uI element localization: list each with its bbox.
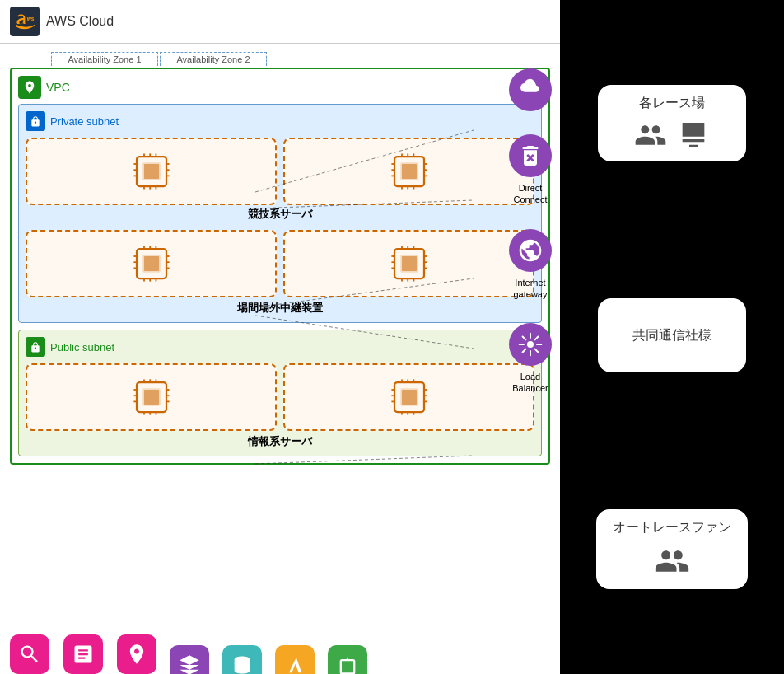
az2-label: Availability Zone 2 xyxy=(160,52,267,66)
people-icon xyxy=(634,119,667,152)
load-balancer-label: Load Balancer xyxy=(512,371,548,395)
svg-text:ws: ws xyxy=(26,16,35,21)
s3-item: S3 xyxy=(328,645,367,674)
right-panel: 各レース場 共同通信社様 オートレースファン xyxy=(560,0,784,674)
cloudtrail-icon xyxy=(117,634,156,674)
info-server-az2 xyxy=(283,363,534,431)
news-agency-card: 共同通信社様 xyxy=(598,298,746,372)
relay-server-az2 xyxy=(283,230,534,297)
svg-point-91 xyxy=(527,341,534,348)
public-subnet: Public subnet xyxy=(18,330,542,456)
cloudformation-icon xyxy=(63,634,103,674)
cloudformation-item: CloudFormation xyxy=(63,634,104,674)
monitor-icon xyxy=(677,119,710,152)
vpc-text: VPC xyxy=(46,81,70,94)
cloudtrail-item: CloudTrail xyxy=(117,634,156,674)
main-area: ws AWS Cloud Availability Zone 1 Availab… xyxy=(0,0,560,674)
svg-rect-33 xyxy=(144,256,159,271)
competitive-server-az1 xyxy=(26,138,277,205)
internet-gateway-label: Internet gateway xyxy=(514,277,548,301)
rds-item: RDS xyxy=(222,645,262,674)
competitive-server-az2 xyxy=(283,138,534,205)
race-venue-title: 各レース場 xyxy=(639,95,705,112)
vpc-box: VPC Private subnet xyxy=(10,68,550,465)
diagram-container: Availability Zone 1 Availability Zone 2 … xyxy=(0,44,560,611)
cloud-icon-circle xyxy=(509,68,552,111)
fans-people-icon xyxy=(654,543,690,579)
relay-server-az1 xyxy=(26,230,277,297)
competitive-server-label: 競技系サーバ xyxy=(26,207,534,222)
private-subnet-text: Private subnet xyxy=(50,115,119,128)
lambda-icon xyxy=(275,645,315,674)
auto-race-fan-icons xyxy=(654,543,690,579)
internet-gateway-item: Internet gateway xyxy=(509,229,552,301)
public-subnet-label: Public subnet xyxy=(26,337,534,357)
route53-icon xyxy=(170,645,209,674)
cloud-icon-item xyxy=(509,68,552,111)
aws-cloud-title: AWS Cloud xyxy=(46,14,114,29)
lambda-item: Lambda xyxy=(275,645,315,674)
news-agency-title: 共同通信社様 xyxy=(632,327,712,344)
cloudwatch-item: CloudWatch xyxy=(10,634,49,674)
load-balancer-icon xyxy=(509,323,552,366)
route53-item: Route53 xyxy=(170,645,209,674)
vpc-icon xyxy=(18,76,41,99)
svg-rect-18 xyxy=(402,164,417,179)
svg-rect-3 xyxy=(144,164,159,179)
vpc-label: VPC xyxy=(18,76,542,99)
public-subnet-text: Public subnet xyxy=(50,341,114,353)
private-subnet-icon xyxy=(26,111,45,131)
svg-rect-78 xyxy=(402,390,417,405)
svg-rect-63 xyxy=(144,390,159,405)
az1-label: Availability Zone 1 xyxy=(51,52,158,66)
rds-icon xyxy=(222,645,262,674)
svg-rect-48 xyxy=(402,256,417,271)
auto-race-fan-card: オートレースファン xyxy=(596,509,748,589)
cloudwatch-icon xyxy=(10,634,49,674)
side-icons-panel: Direct Connect Internet gateway xyxy=(509,68,552,395)
race-venue-card: 各レース場 xyxy=(598,85,746,161)
aws-header: ws AWS Cloud xyxy=(0,0,560,44)
race-venue-icons xyxy=(634,119,710,152)
direct-connect-label: Direct Connect xyxy=(514,182,548,206)
direct-connect-item: Direct Connect xyxy=(509,134,552,206)
public-subnet-icon xyxy=(26,337,45,357)
info-server-label: 情報系サーバ xyxy=(26,434,534,449)
relay-server-label: 場間場外中継装置 xyxy=(26,301,534,316)
private-subnet-label: Private subnet xyxy=(26,111,534,131)
internet-gateway-icon xyxy=(509,229,552,272)
info-server-az1 xyxy=(26,363,277,431)
load-balancer-item: Load Balancer xyxy=(509,323,552,395)
aws-logo: ws xyxy=(10,7,40,36)
auto-race-fan-title: オートレースファン xyxy=(613,519,731,536)
direct-connect-icon xyxy=(509,134,552,177)
service-bar: CloudWatch CloudFormation CloudTrail xyxy=(0,611,560,674)
private-subnet: Private subnet xyxy=(18,104,542,323)
s3-icon xyxy=(328,645,367,674)
